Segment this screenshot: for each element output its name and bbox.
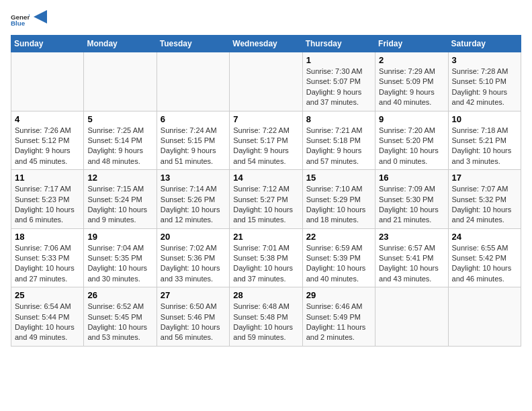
week-row-1: 1Sunrise: 7:30 AMSunset: 5:07 PMDaylight… <box>11 52 521 111</box>
column-header-saturday: Saturday <box>448 36 521 52</box>
calendar-cell: 28Sunrise: 6:48 AMSunset: 5:48 PMDayligh… <box>230 287 302 347</box>
calendar-cell <box>84 52 157 111</box>
column-header-monday: Monday <box>84 36 157 52</box>
day-number: 22 <box>306 232 371 242</box>
calendar-cell: 22Sunrise: 6:59 AMSunset: 5:39 PMDayligh… <box>302 228 375 287</box>
column-header-friday: Friday <box>375 36 448 52</box>
calendar-cell: 6Sunrise: 7:24 AMSunset: 5:15 PMDaylight… <box>157 111 229 170</box>
day-info: Sunrise: 6:48 AMSunset: 5:48 PMDaylight:… <box>233 302 298 343</box>
calendar-cell: 11Sunrise: 7:17 AMSunset: 5:23 PMDayligh… <box>11 170 84 229</box>
week-row-2: 4Sunrise: 7:26 AMSunset: 5:12 PMDaylight… <box>11 111 521 170</box>
day-info: Sunrise: 7:02 AMSunset: 5:36 PMDaylight:… <box>161 243 226 285</box>
day-number: 18 <box>15 232 80 242</box>
day-number: 21 <box>233 232 298 242</box>
calendar-cell: 29Sunrise: 6:46 AMSunset: 5:49 PMDayligh… <box>302 287 375 347</box>
day-info: Sunrise: 6:54 AMSunset: 5:44 PMDaylight:… <box>15 302 80 343</box>
day-number: 25 <box>15 290 80 300</box>
day-info: Sunrise: 6:57 AMSunset: 5:41 PMDaylight:… <box>379 243 444 285</box>
logo: General Blue <box>11 11 47 30</box>
calendar-cell: 20Sunrise: 7:02 AMSunset: 5:36 PMDayligh… <box>157 228 229 287</box>
day-info: Sunrise: 7:21 AMSunset: 5:18 PMDaylight:… <box>306 126 371 167</box>
calendar-table: SundayMondayTuesdayWednesdayThursdayFrid… <box>11 35 521 347</box>
day-number: 24 <box>452 232 517 242</box>
day-number: 20 <box>161 232 226 242</box>
calendar-cell: 19Sunrise: 7:04 AMSunset: 5:35 PMDayligh… <box>84 228 157 287</box>
column-header-tuesday: Tuesday <box>157 36 229 52</box>
day-info: Sunrise: 7:20 AMSunset: 5:20 PMDaylight:… <box>379 126 444 167</box>
day-number: 1 <box>306 55 371 65</box>
calendar-cell: 16Sunrise: 7:09 AMSunset: 5:30 PMDayligh… <box>375 170 448 229</box>
day-number: 27 <box>161 290 226 300</box>
day-number: 3 <box>452 55 517 65</box>
day-info: Sunrise: 7:09 AMSunset: 5:30 PMDaylight:… <box>379 184 444 226</box>
day-info: Sunrise: 7:25 AMSunset: 5:14 PMDaylight:… <box>87 126 152 167</box>
calendar-cell: 14Sunrise: 7:12 AMSunset: 5:27 PMDayligh… <box>230 170 302 229</box>
day-number: 23 <box>379 232 444 242</box>
day-info: Sunrise: 7:15 AMSunset: 5:24 PMDaylight:… <box>87 184 152 226</box>
calendar-cell: 3Sunrise: 7:28 AMSunset: 5:10 PMDaylight… <box>448 52 521 111</box>
logo-icon: General Blue <box>11 11 30 30</box>
day-number: 19 <box>87 232 152 242</box>
calendar-cell: 18Sunrise: 7:06 AMSunset: 5:33 PMDayligh… <box>11 228 84 287</box>
day-info: Sunrise: 7:28 AMSunset: 5:10 PMDaylight:… <box>452 66 517 108</box>
day-number: 14 <box>233 173 298 183</box>
day-number: 5 <box>87 114 152 124</box>
calendar-cell: 4Sunrise: 7:26 AMSunset: 5:12 PMDaylight… <box>11 111 84 170</box>
calendar-cell: 25Sunrise: 6:54 AMSunset: 5:44 PMDayligh… <box>11 287 84 347</box>
calendar-cell: 2Sunrise: 7:29 AMSunset: 5:09 PMDaylight… <box>375 52 448 111</box>
calendar-cell <box>157 52 229 111</box>
day-number: 11 <box>15 173 80 183</box>
day-number: 28 <box>233 290 298 300</box>
day-number: 2 <box>379 55 444 65</box>
day-info: Sunrise: 7:30 AMSunset: 5:07 PMDaylight:… <box>306 66 371 108</box>
day-number: 6 <box>161 114 226 124</box>
column-header-thursday: Thursday <box>302 36 375 52</box>
day-number: 26 <box>87 290 152 300</box>
day-number: 7 <box>233 114 298 124</box>
day-info: Sunrise: 6:50 AMSunset: 5:46 PMDaylight:… <box>161 302 226 343</box>
calendar-cell: 1Sunrise: 7:30 AMSunset: 5:07 PMDaylight… <box>302 52 375 111</box>
day-info: Sunrise: 7:06 AMSunset: 5:33 PMDaylight:… <box>15 243 80 285</box>
day-info: Sunrise: 7:29 AMSunset: 5:09 PMDaylight:… <box>379 66 444 108</box>
day-number: 16 <box>379 173 444 183</box>
calendar-cell: 21Sunrise: 7:01 AMSunset: 5:38 PMDayligh… <box>230 228 302 287</box>
column-header-sunday: Sunday <box>11 36 84 52</box>
day-number: 12 <box>87 173 152 183</box>
calendar-cell: 12Sunrise: 7:15 AMSunset: 5:24 PMDayligh… <box>84 170 157 229</box>
calendar-body: 1Sunrise: 7:30 AMSunset: 5:07 PMDaylight… <box>11 52 521 347</box>
calendar-cell: 24Sunrise: 6:55 AMSunset: 5:42 PMDayligh… <box>448 228 521 287</box>
day-info: Sunrise: 7:07 AMSunset: 5:32 PMDaylight:… <box>452 184 517 226</box>
calendar-cell: 27Sunrise: 6:50 AMSunset: 5:46 PMDayligh… <box>157 287 229 347</box>
week-row-5: 25Sunrise: 6:54 AMSunset: 5:44 PMDayligh… <box>11 287 521 347</box>
week-row-4: 18Sunrise: 7:06 AMSunset: 5:33 PMDayligh… <box>11 228 521 287</box>
day-number: 13 <box>161 173 226 183</box>
logo-arrow-icon <box>34 10 47 24</box>
day-info: Sunrise: 6:59 AMSunset: 5:39 PMDaylight:… <box>306 243 371 285</box>
column-header-wednesday: Wednesday <box>230 36 302 52</box>
calendar-cell: 15Sunrise: 7:10 AMSunset: 5:29 PMDayligh… <box>302 170 375 229</box>
day-info: Sunrise: 7:14 AMSunset: 5:26 PMDaylight:… <box>161 184 226 226</box>
day-number: 29 <box>306 290 371 300</box>
svg-marker-3 <box>34 10 47 24</box>
day-info: Sunrise: 7:18 AMSunset: 5:21 PMDaylight:… <box>452 126 517 167</box>
calendar-cell: 7Sunrise: 7:22 AMSunset: 5:17 PMDaylight… <box>230 111 302 170</box>
day-info: Sunrise: 6:52 AMSunset: 5:45 PMDaylight:… <box>87 302 152 343</box>
day-info: Sunrise: 7:01 AMSunset: 5:38 PMDaylight:… <box>233 243 298 285</box>
calendar-cell: 8Sunrise: 7:21 AMSunset: 5:18 PMDaylight… <box>302 111 375 170</box>
week-row-3: 11Sunrise: 7:17 AMSunset: 5:23 PMDayligh… <box>11 170 521 229</box>
calendar-cell: 13Sunrise: 7:14 AMSunset: 5:26 PMDayligh… <box>157 170 229 229</box>
day-info: Sunrise: 7:22 AMSunset: 5:17 PMDaylight:… <box>233 126 298 167</box>
calendar-cell <box>230 52 302 111</box>
day-info: Sunrise: 7:10 AMSunset: 5:29 PMDaylight:… <box>306 184 371 226</box>
day-number: 17 <box>452 173 517 183</box>
calendar-header: SundayMondayTuesdayWednesdayThursdayFrid… <box>11 36 521 52</box>
calendar-cell: 26Sunrise: 6:52 AMSunset: 5:45 PMDayligh… <box>84 287 157 347</box>
calendar-cell: 5Sunrise: 7:25 AMSunset: 5:14 PMDaylight… <box>84 111 157 170</box>
calendar-cell <box>375 287 448 347</box>
day-info: Sunrise: 6:55 AMSunset: 5:42 PMDaylight:… <box>452 243 517 285</box>
calendar-cell: 23Sunrise: 6:57 AMSunset: 5:41 PMDayligh… <box>375 228 448 287</box>
calendar-cell <box>448 287 521 347</box>
svg-text:Blue: Blue <box>11 19 26 27</box>
day-number: 8 <box>306 114 371 124</box>
calendar-cell <box>11 52 84 111</box>
